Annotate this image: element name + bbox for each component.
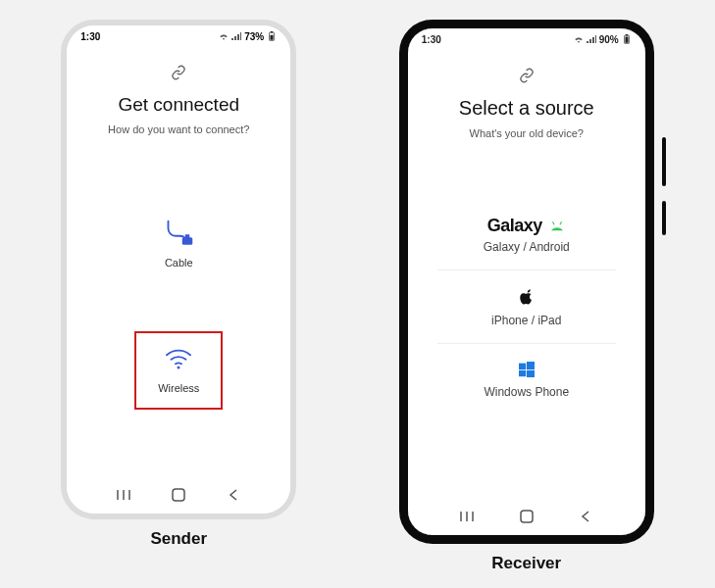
nav-bar [67,480,290,514]
receiver-column: 1:30 90% Select a source What's your old… [399,20,654,573]
source-iphone[interactable]: iPhone / iPad [437,270,616,344]
iphone-label: iPhone / iPad [491,314,561,327]
sender-caption: Sender [150,529,207,549]
svg-rect-4 [185,234,190,238]
signal-icon [587,35,596,43]
svg-rect-1 [271,31,274,32]
windows-label: Windows Phone [484,385,569,399]
source-galaxy[interactable]: Galaxy Galaxy / Android [437,198,616,270]
windows-icon [519,362,535,381]
status-right: 90% [574,34,632,45]
cable-icon [164,220,193,249]
apple-icon [519,288,535,310]
svg-rect-18 [527,370,535,377]
back-button[interactable] [571,510,600,523]
svg-line-14 [560,221,562,224]
link-icon [171,65,186,84]
volume-button [662,137,666,186]
home-button[interactable] [512,509,541,524]
back-button[interactable] [219,488,248,502]
battery-pct: 73% [244,31,264,42]
signal-icon [231,32,241,40]
galaxy-label: Galaxy / Android [484,240,570,254]
status-time: 1:30 [422,34,441,45]
svg-rect-15 [519,364,526,369]
page-title: Select a source [459,97,594,120]
source-windows[interactable]: Windows Phone [437,344,616,415]
battery-icon [267,31,277,41]
source-list: Galaxy Galaxy / Android iPhone / iPad [437,198,616,415]
cable-option[interactable]: Cable [142,206,215,282]
receiver-content: Select a source What's your old device? … [408,50,645,502]
sender-screen: 1:30 73% Get connected How do you want t… [67,25,290,514]
wireless-option[interactable]: Wireless [134,331,223,410]
nav-bar [408,502,645,535]
galaxy-head: Galaxy [487,216,566,236]
receiver-caption: Receiver [491,554,561,573]
svg-rect-12 [625,37,628,43]
galaxy-brand: Galaxy [487,216,542,236]
wifi-small-icon [574,35,584,43]
status-bar: 1:30 73% [67,25,290,47]
svg-rect-9 [173,489,184,501]
recents-button[interactable] [109,488,138,502]
sender-column: 1:30 73% Get connected How do you want t… [61,20,296,549]
wifi-icon [164,347,193,374]
receiver-phone-frame: 1:30 90% Select a source What's your old… [399,20,654,544]
status-right: 73% [219,31,277,42]
svg-point-5 [178,367,180,369]
battery-icon [622,34,632,44]
svg-rect-22 [521,511,533,522]
battery-pct: 90% [599,34,619,45]
recents-button[interactable] [452,510,482,523]
link-icon [519,68,535,87]
home-button[interactable] [164,487,193,503]
power-button [662,201,666,235]
wireless-label: Wireless [158,382,199,394]
sender-content: Get connected How do you want to connect… [67,47,290,480]
page-title: Get connected [118,94,239,116]
sender-phone-frame: 1:30 73% Get connected How do you want t… [61,20,296,519]
wifi-small-icon [219,32,229,40]
cable-label: Cable [165,257,193,269]
svg-rect-16 [527,362,535,369]
page-subtitle: What's your old device? [470,127,584,139]
status-time: 1:30 [80,31,100,42]
receiver-screen: 1:30 90% Select a source What's your old… [408,28,645,535]
svg-line-13 [552,221,554,224]
svg-rect-11 [626,34,629,35]
svg-rect-3 [182,237,193,245]
svg-rect-2 [271,35,274,40]
status-bar: 1:30 90% [408,28,645,50]
connect-options: Cable Wireless [77,135,281,480]
page-subtitle: How do you want to connect? [108,123,249,135]
svg-rect-17 [519,370,526,376]
android-icon [548,218,566,235]
